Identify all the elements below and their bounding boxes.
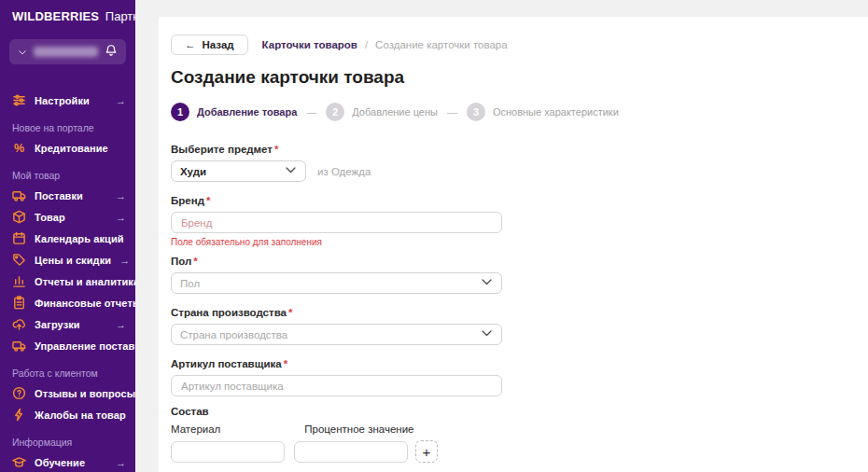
sidebar-item-crediting[interactable]: % Кредитование <box>0 137 135 159</box>
required-mark: * <box>288 307 292 318</box>
brand-input[interactable] <box>171 212 502 233</box>
step-3-circle: 3 <box>467 103 485 121</box>
field-brand: Бренд* Поле обязательно для заполнения <box>171 195 849 247</box>
sidebar-section-my-goods: Мой товар <box>12 170 135 181</box>
chevron-down-icon <box>285 163 297 180</box>
graduation-cap-icon <box>12 455 26 469</box>
sidebar-item-reviews-questions[interactable]: Отзывы и вопросы <box>0 382 135 404</box>
article-input[interactable] <box>171 375 502 396</box>
sidebar-item-label: Обучение <box>35 457 107 468</box>
composition-label: Состав <box>171 406 849 417</box>
field-article: Артикул поставщика* <box>171 358 849 396</box>
sidebar-item-uploads[interactable]: Загрузки → <box>0 313 135 335</box>
arrow-right-icon: → <box>116 457 126 468</box>
subject-category-hint: из Одежда <box>317 166 371 177</box>
field-country: Страна производства* Страна производства <box>171 307 849 345</box>
composition-section: Состав Материал Процентное значение + <box>171 406 849 463</box>
material-input[interactable] <box>171 441 285 463</box>
brand-label: Бренд* <box>171 195 849 206</box>
sidebar-section-information: Информация <box>12 437 135 448</box>
arrow-right-icon: → <box>116 95 126 106</box>
gender-label: Пол* <box>171 256 849 267</box>
product-form: Выберите предмет* Худи из Одежда <box>171 144 849 472</box>
sidebar-item-label: Финансовые отчеты <box>35 298 141 309</box>
tag-icon <box>12 253 26 267</box>
back-button[interactable]: ← Назад <box>171 35 248 55</box>
required-mark: * <box>206 195 210 206</box>
wildberries-logo: WILDBERRIES Партнёры <box>0 0 135 23</box>
sidebar-item-supplies[interactable]: Поставки → <box>0 185 135 206</box>
notifications-bell-icon[interactable] <box>105 44 118 61</box>
step-dash: — <box>447 106 457 118</box>
arrow-left-icon: ← <box>185 39 196 50</box>
chevron-down-icon <box>18 44 27 61</box>
stepper: 1 Добавление товара — 2 Добавление цены … <box>171 103 849 121</box>
back-button-label: Назад <box>203 39 234 50</box>
sidebar-item-financial-reports[interactable]: Финансовые отчеты <box>0 292 135 313</box>
sidebar-item-label: Товар <box>35 212 107 223</box>
content-card: ← Назад Карточки товаров / Создание карт… <box>159 17 868 472</box>
country-label: Страна производства* <box>171 307 849 318</box>
sidebar-item-education[interactable]: Обучение → <box>0 451 135 472</box>
sidebar-item-label: Цены и скидки <box>35 255 111 266</box>
sidebar-item-settings[interactable]: Настройки → <box>0 90 135 111</box>
country-select-placeholder: Страна производства <box>180 329 481 340</box>
article-label: Артикул поставщика* <box>171 358 849 369</box>
page-title: Создание карточки товара <box>171 67 849 88</box>
chevron-down-icon <box>481 275 493 292</box>
breadcrumb-link-product-cards[interactable]: Карточки товаров <box>262 39 357 50</box>
required-mark: * <box>193 256 197 267</box>
step-1-label: Добавление товара <box>197 106 297 118</box>
account-selector[interactable] <box>9 39 126 64</box>
question-circle-icon <box>12 386 26 400</box>
sidebar-section-client-work: Работа с клиентом <box>12 368 135 379</box>
sliders-icon <box>12 93 26 107</box>
step-3-label: Основные характеристики <box>493 106 619 118</box>
sidebar-section-new-on-portal: Новое на портале <box>12 122 135 133</box>
sidebar-item-reports-analytics[interactable]: Отчеты и аналитика <box>0 271 135 292</box>
sidebar-item-complaints[interactable]: Жалобы на товар → <box>0 404 135 425</box>
field-subject: Выберите предмет* Худи из Одежда <box>171 144 849 182</box>
bar-chart-icon <box>12 274 26 288</box>
breadcrumb: Карточки товаров / Создание карточки тов… <box>262 39 508 50</box>
gender-select[interactable]: Пол <box>171 272 502 294</box>
brand-error-message: Поле обязательно для заполнения <box>171 237 849 247</box>
breadcrumb-separator: / <box>365 39 368 50</box>
sidebar-item-label: Настройки <box>35 95 107 106</box>
sidebar-item-label: Кредитование <box>35 143 126 154</box>
percent-label: Процентное значение <box>304 423 413 435</box>
main-area: ← Назад Карточки товаров / Создание карт… <box>135 0 868 472</box>
step-2-label: Добавление цены <box>352 106 438 118</box>
cloud-upload-icon <box>12 317 26 331</box>
percent-input[interactable] <box>294 441 408 463</box>
sidebar-item-goods[interactable]: Товар → <box>0 206 135 228</box>
truck-icon <box>12 188 26 202</box>
sidebar-item-label: Календарь акций <box>35 233 126 244</box>
sidebar: WILDBERRIES Партнёры <box>0 0 135 472</box>
sidebar-item-prices-discounts[interactable]: Цены и скидки → <box>0 249 135 271</box>
arrow-right-icon: → <box>116 212 126 223</box>
step-2-circle: 2 <box>326 103 344 121</box>
logo-brand-text: WILDBERRIES <box>12 9 99 23</box>
sidebar-nav: Настройки → Новое на портале % Кредитова… <box>0 90 135 472</box>
arrow-right-icon: → <box>116 319 126 330</box>
country-select[interactable]: Страна производства <box>171 324 502 345</box>
material-label: Материал <box>171 423 220 435</box>
box-icon <box>12 210 26 224</box>
sidebar-item-supply-management[interactable]: Управление поставками → <box>0 335 135 356</box>
sidebar-item-label: Загрузки <box>35 319 107 330</box>
material-column: Материал <box>171 423 220 440</box>
field-gender: Пол* Пол <box>171 256 849 294</box>
add-material-button[interactable]: + <box>415 440 438 463</box>
page-header: ← Назад Карточки товаров / Создание карт… <box>171 35 849 55</box>
required-mark: * <box>274 144 278 155</box>
chevron-down-icon <box>481 326 493 343</box>
lightning-icon <box>12 408 26 422</box>
arrow-right-icon: → <box>119 255 130 266</box>
app-window: WILDBERRIES Партнёры <box>0 0 868 472</box>
account-name-redacted <box>34 47 98 57</box>
sidebar-item-promo-calendar[interactable]: Календарь акций <box>0 228 135 249</box>
subject-select[interactable]: Худи <box>171 160 306 182</box>
arrow-right-icon: → <box>116 190 126 201</box>
percent-column: Процентное значение <box>304 423 413 440</box>
